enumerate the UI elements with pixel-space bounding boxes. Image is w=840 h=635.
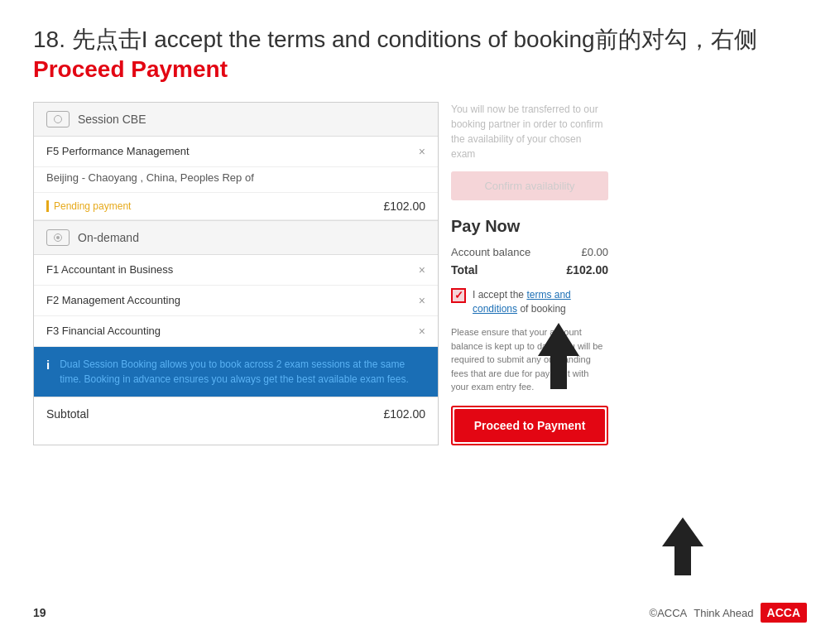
pending-label: Pending payment (46, 200, 131, 212)
session-cbe-icon (46, 111, 70, 127)
account-balance-value: £0.00 (581, 246, 608, 258)
f3-exam-row: F3 Financial Accounting × (34, 316, 438, 347)
footer: 19 ©ACCA Think Ahead ACCA (33, 603, 807, 623)
page-number: 19 (33, 606, 46, 619)
terms-acceptance-row: ✓ I accept the terms and conditions of b… (451, 288, 608, 316)
ondemand-icon-inner (54, 233, 62, 242)
info-icon: i (46, 358, 50, 372)
ondemand-section: On-demand F1 Accountant in Business × F2… (34, 220, 438, 347)
f5-close-button[interactable]: × (419, 145, 425, 158)
checkmark-icon: ✓ (454, 289, 463, 301)
f3-exam-name: F3 Financial Accounting (46, 325, 161, 337)
f2-close-button[interactable]: × (419, 294, 425, 307)
subtotal-label: Subtotal (46, 407, 89, 421)
proceed-button-wrapper: Proceed to Payment (451, 406, 608, 445)
main-content: Session CBE F5 Performance Management × … (33, 102, 807, 445)
left-panel: Session CBE F5 Performance Management × … (33, 102, 439, 445)
transfer-text: You will now be transferred to our booki… (451, 102, 608, 161)
f5-exam-row: F5 Performance Management × (34, 137, 438, 167)
right-panel: You will now be transferred to our booki… (439, 102, 621, 445)
step-number: 18. (33, 26, 65, 52)
ondemand-icon (46, 229, 70, 246)
confirm-availability-button[interactable]: Confirm availability (451, 171, 608, 200)
arrow-annotation-proceed (650, 513, 716, 580)
arrow-annotation-checkbox (521, 319, 596, 393)
account-balance-row: Account balance £0.00 (451, 246, 608, 258)
footer-acca-section: ©ACCA Think Ahead ACCA (650, 603, 807, 623)
instruction-cn: 先点击I accept the terms and conditions of … (72, 26, 757, 52)
terms-of-text: of booking (520, 303, 565, 315)
f2-exam-row: F2 Management Accounting × (34, 286, 438, 316)
session-cbe-header: Session CBE (34, 103, 438, 137)
ondemand-label: On-demand (78, 231, 139, 244)
session-cbe-label: Session CBE (78, 113, 146, 126)
copyright-text: ©ACCA (650, 607, 688, 619)
f5-exam-name: F5 Performance Management (46, 145, 190, 157)
page-container: 18. 先点击I accept the terms and conditions… (0, 0, 840, 635)
terms-checkbox[interactable]: ✓ (451, 288, 466, 303)
info-box: i Dual Session Booking allows you to boo… (34, 347, 438, 397)
svg-marker-1 (662, 517, 703, 575)
total-row: Total £102.00 (451, 263, 608, 277)
total-value: £102.00 (566, 263, 608, 277)
account-balance-label: Account balance (451, 246, 530, 258)
terms-checkbox-container[interactable]: ✓ (451, 288, 466, 303)
f1-exam-name: F1 Accountant in Business (46, 263, 173, 276)
f5-location: Beijing - Chaoyang , China, Peoples Rep … (46, 171, 254, 184)
f5-price: £102.00 (383, 200, 425, 213)
f5-location-row: Beijing - Chaoyang , China, Peoples Rep … (34, 167, 438, 193)
f2-exam-name: F2 Management Accounting (46, 294, 180, 306)
proceed-to-payment-button[interactable]: Proceed to Payment (454, 409, 605, 442)
f1-close-button[interactable]: × (419, 263, 425, 277)
subtotal-price: £102.00 (383, 407, 425, 421)
subtotal-row: Subtotal £102.00 (34, 397, 438, 431)
ondemand-header: On-demand (34, 221, 438, 255)
terms-text: I accept the terms and conditions of boo… (473, 288, 608, 316)
total-label: Total (451, 263, 478, 277)
instruction-bold: Proceed Payment (33, 56, 228, 82)
acca-logo: ACCA (761, 603, 807, 623)
tagline-text: Think Ahead (694, 607, 753, 619)
f1-exam-row: F1 Accountant in Business × (34, 255, 438, 286)
f5-pending-row: Pending payment £102.00 (34, 193, 438, 220)
pay-now-title: Pay Now (451, 217, 608, 236)
svg-marker-0 (538, 323, 579, 389)
terms-accept-text: I accept the (473, 289, 524, 301)
f3-close-button[interactable]: × (419, 325, 425, 338)
header-title: 18. 先点击I accept the terms and conditions… (33, 25, 807, 85)
info-text: Dual Session Booking allows you to book … (60, 357, 425, 387)
